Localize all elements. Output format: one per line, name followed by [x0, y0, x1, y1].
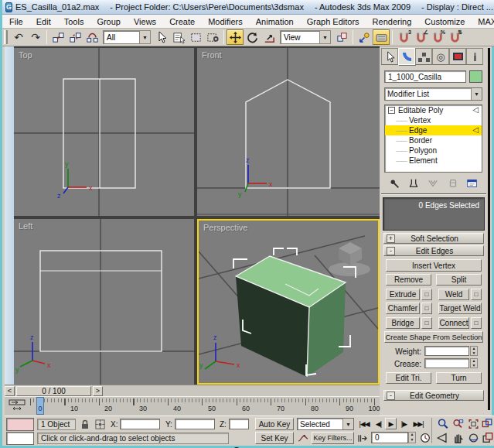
window-crossing-button[interactable]: [204, 29, 221, 45]
key-filters-button[interactable]: Key Filters...: [312, 432, 354, 444]
viewport-perspective-label[interactable]: Perspective: [203, 223, 247, 232]
selection-lock-icon[interactable]: [80, 419, 90, 430]
play-button[interactable]: ▶: [385, 418, 397, 429]
angle-snap-toggle[interactable]: ∠: [412, 29, 429, 45]
chamfer-settings-button[interactable]: □: [421, 303, 432, 314]
crease-spinner[interactable]: ▲▼: [470, 358, 478, 368]
weight-spinner[interactable]: ▲▼: [470, 346, 478, 356]
rollout-soft-selection[interactable]: + Soft Selection: [383, 233, 484, 244]
default-tangent-curve-icon[interactable]: [297, 433, 309, 444]
stack-item-editable-poly[interactable]: − Editable Poly ◁: [385, 105, 482, 115]
viewport-perspective[interactable]: z x y Perspective: [197, 219, 380, 385]
menu-rendering[interactable]: Rendering: [373, 17, 412, 26]
open-mini-curve-editor-icon[interactable]: [9, 398, 26, 412]
bridge-button[interactable]: Bridge: [386, 317, 420, 329]
tab-utilities[interactable]: [466, 48, 483, 65]
selection-region-button[interactable]: [187, 29, 204, 45]
keyboard-shortcut-override-toggle[interactable]: [373, 29, 390, 45]
select-object-button[interactable]: [153, 29, 170, 45]
select-and-scale-button[interactable]: [261, 29, 278, 45]
casilla-object[interactable]: [236, 256, 346, 377]
menu-views[interactable]: Views: [134, 17, 156, 26]
modifier-list-dropdown[interactable]: Modifier List ▼: [384, 87, 482, 101]
menu-maxscript[interactable]: MAXScript: [478, 17, 494, 26]
track-bar[interactable]: 0 10 20 30 40 50 60 70 80 90 100: [5, 396, 380, 416]
zoom-extents-all-icon[interactable]: [481, 418, 494, 430]
bind-to-space-warp-button[interactable]: [83, 29, 101, 45]
viewport-front-label[interactable]: Front: [202, 50, 222, 60]
stack-item-edge[interactable]: ——Edge◁: [385, 125, 482, 135]
collapse-box-icon[interactable]: −: [388, 107, 395, 114]
edit-tri-button[interactable]: Edit Tri.: [386, 372, 431, 384]
zoom-icon[interactable]: [436, 418, 449, 430]
select-and-link-button[interactable]: [49, 29, 66, 45]
stack-item-element[interactable]: ——Element: [385, 156, 482, 166]
weld-settings-button[interactable]: □: [471, 289, 482, 300]
reference-coordinate-dropdown[interactable]: View ▼: [280, 30, 331, 44]
redo-button[interactable]: ↷: [27, 29, 44, 45]
key-filter-selected-dropdown[interactable]: Selected ▼: [297, 418, 354, 430]
split-button[interactable]: Split: [436, 274, 482, 286]
rollout-edit-edges[interactable]: - Edit Edges: [383, 245, 484, 256]
stack-item-vertex[interactable]: ——Vertex: [385, 115, 482, 125]
select-by-name-button[interactable]: [170, 29, 187, 45]
unlink-selection-button[interactable]: [66, 29, 83, 45]
arc-rotate-icon[interactable]: [467, 432, 480, 444]
menu-edit[interactable]: Edit: [36, 17, 51, 26]
connect-button[interactable]: Connect: [438, 317, 469, 329]
tab-modify[interactable]: [398, 48, 415, 65]
time-configuration-icon[interactable]: [419, 432, 431, 444]
maxscript-mini-listener-pink[interactable]: [6, 418, 34, 431]
create-shape-button[interactable]: Create Shape From Selection: [384, 331, 483, 343]
viewport-front[interactable]: z x y Front: [197, 48, 380, 216]
weld-button[interactable]: Weld: [438, 289, 469, 300]
stack-item-polygon[interactable]: ——Polygon: [385, 145, 482, 156]
menu-file[interactable]: File: [9, 17, 23, 26]
tab-motion[interactable]: ◎: [432, 48, 449, 65]
pan-hand-icon[interactable]: [451, 432, 465, 444]
remove-button[interactable]: Remove: [386, 274, 431, 286]
set-key-button[interactable]: Set Key: [255, 432, 294, 444]
configure-modifier-sets-icon[interactable]: [466, 177, 479, 190]
show-end-result-icon[interactable]: [407, 177, 420, 190]
menu-create[interactable]: Create: [169, 17, 195, 26]
panel-scrollbar[interactable]: [488, 48, 490, 410]
stack-item-border[interactable]: ——Border: [385, 135, 482, 145]
insert-vertex-button[interactable]: Insert Vertex: [386, 259, 482, 272]
time-slider-handle[interactable]: 0 / 100: [16, 386, 91, 396]
collapse-icon[interactable]: -: [387, 247, 395, 255]
menu-animation[interactable]: Animation: [256, 17, 294, 26]
target-weld-button[interactable]: Target Weld: [438, 303, 482, 314]
spinner-snap-toggle[interactable]: ⇅: [446, 29, 463, 45]
extrude-settings-button[interactable]: □: [421, 289, 432, 300]
menu-graph-editors[interactable]: Graph Editors: [307, 17, 359, 26]
use-pivot-point-center-button[interactable]: [333, 29, 350, 45]
undo-button[interactable]: ↶: [10, 29, 27, 45]
select-and-rotate-button[interactable]: [244, 29, 261, 45]
absolute-offset-mode-icon[interactable]: [94, 419, 106, 430]
viewport-left[interactable]: z y x Left: [14, 219, 194, 385]
frame-spinner[interactable]: ▲▼: [408, 432, 416, 443]
select-and-move-button[interactable]: [227, 29, 244, 45]
go-to-end-button[interactable]: ▶▶|: [411, 419, 425, 429]
zoom-all-icon[interactable]: [451, 418, 465, 430]
turn-button[interactable]: Turn: [436, 372, 482, 384]
menu-customize[interactable]: Customize: [424, 17, 465, 26]
previous-frame-button[interactable]: ◀|: [373, 419, 383, 429]
weight-field[interactable]: [424, 346, 469, 356]
y-coord-field[interactable]: [175, 419, 215, 429]
snaps-toggle-button[interactable]: 3: [395, 29, 412, 45]
maxscript-mini-listener-white[interactable]: [6, 432, 34, 445]
go-to-start-button[interactable]: |◀◀: [357, 419, 371, 429]
auto-key-button[interactable]: Auto Key: [255, 418, 294, 430]
z-coord-field[interactable]: [229, 419, 249, 429]
toolbar-handle[interactable]: [4, 30, 8, 44]
next-frame-button[interactable]: |▶: [399, 419, 409, 429]
x-coord-field[interactable]: [120, 419, 160, 429]
connect-settings-button[interactable]: □: [471, 317, 482, 329]
chamfer-button[interactable]: Chamfer: [386, 303, 420, 314]
extrude-button[interactable]: Extrude: [386, 289, 420, 300]
menu-tools[interactable]: Tools: [64, 17, 84, 26]
collapse-icon[interactable]: -: [387, 392, 395, 400]
zoom-extents-icon[interactable]: [467, 418, 480, 430]
